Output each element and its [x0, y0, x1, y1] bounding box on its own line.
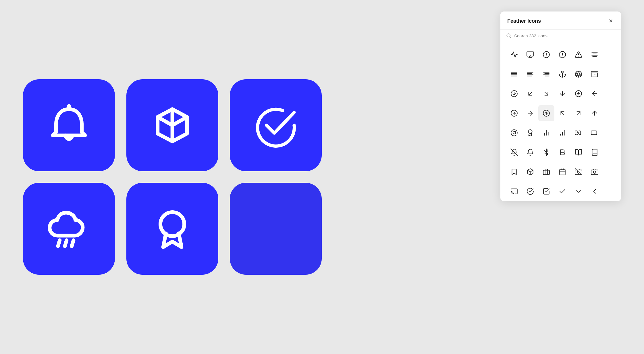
camera-off-icon-cell[interactable]: [570, 164, 587, 180]
chevron-left-icon-cell[interactable]: [587, 183, 603, 199]
align-justify-icon-cell[interactable]: [506, 66, 522, 82]
anchor-icon-cell[interactable]: [554, 66, 570, 82]
svg-marker-7: [529, 55, 532, 57]
check-square-icon-cell[interactable]: [538, 183, 554, 199]
arrow-down-right-icon-cell[interactable]: [538, 86, 554, 102]
check-square-icon: [543, 188, 550, 195]
check-circle-small-icon-cell[interactable]: [522, 183, 538, 199]
icon-row: [506, 144, 615, 160]
svg-line-1: [58, 240, 60, 246]
arrow-left-icon-cell[interactable]: [587, 86, 603, 102]
alert-octagon-icon-cell[interactable]: [554, 47, 570, 63]
alert-circle-icon: [543, 51, 550, 58]
main-area: [23, 79, 483, 275]
chevron-left-icon: [591, 188, 598, 195]
chevron-down-icon-cell[interactable]: [570, 183, 587, 199]
svg-line-57: [577, 112, 580, 115]
briefcase-icon-cell[interactable]: [538, 164, 554, 180]
box-icon-cell[interactable]: [522, 164, 538, 180]
bar-chart-2-icon-cell[interactable]: [538, 125, 554, 141]
arrow-left-circle-icon: [575, 90, 582, 97]
bluetooth-icon-cell[interactable]: [538, 144, 554, 160]
book-open-icon-cell[interactable]: [570, 144, 587, 160]
search-input[interactable]: [514, 33, 615, 38]
bell-icon-cell[interactable]: [522, 144, 538, 160]
bar-chart-icon-cell[interactable]: [554, 125, 570, 141]
arrow-down-left-icon: [527, 90, 534, 97]
align-center-icon-cell[interactable]: [587, 47, 603, 63]
bar-chart-2-icon: [543, 129, 550, 136]
svg-rect-41: [591, 71, 598, 73]
cast-icon-cell[interactable]: [506, 183, 522, 199]
archive-icon-cell[interactable]: [587, 66, 603, 82]
arrow-down-left-icon-cell[interactable]: [522, 86, 538, 102]
battery-charging-icon-cell[interactable]: [570, 125, 587, 141]
bookmark-icon: [510, 168, 518, 176]
align-left-icon-cell[interactable]: [522, 66, 538, 82]
check-circle-icon: [253, 102, 299, 148]
feather-icons-panel: Feather Icons ✕: [500, 11, 621, 201]
bookmark-icon-cell[interactable]: [506, 164, 522, 180]
align-right-icon: [543, 70, 550, 78]
align-left-icon: [527, 70, 534, 78]
check-icon-cell[interactable]: [554, 183, 570, 199]
arrow-right-circle-icon-cell[interactable]: [506, 105, 522, 121]
battery-icon-cell[interactable]: [587, 125, 603, 141]
tile-award[interactable]: [126, 183, 218, 275]
arrow-up-left-icon-cell[interactable]: [554, 105, 570, 121]
arrow-right-circle-icon: [510, 109, 518, 117]
battery-icon: [591, 129, 598, 136]
align-center-icon: [591, 51, 598, 58]
arrow-right-icon-cell[interactable]: [522, 105, 538, 121]
airplay-icon-cell[interactable]: [522, 47, 538, 63]
bell-off-icon: [510, 149, 518, 156]
calendar-icon-cell[interactable]: [554, 164, 570, 180]
award-icon-cell[interactable]: [522, 125, 538, 141]
arrow-down-circle-icon-cell[interactable]: [506, 86, 522, 102]
arrow-up-right-icon: [575, 109, 582, 117]
bell-icon-small: [527, 149, 534, 156]
at-sign-icon-cell[interactable]: [506, 125, 522, 141]
arrow-up-circle-icon-cell[interactable]: [538, 105, 554, 121]
tile-bell[interactable]: [23, 79, 115, 171]
svg-point-4: [160, 212, 184, 236]
arrow-up-right-icon-cell[interactable]: [570, 105, 587, 121]
arrow-left-circle-icon-cell[interactable]: [570, 86, 587, 102]
camera-off-icon: [575, 168, 582, 176]
arrow-up-circle-icon: [543, 109, 550, 117]
close-button[interactable]: ✕: [608, 17, 614, 25]
arrow-left-icon: [591, 90, 598, 97]
arrow-down-right-icon: [543, 90, 550, 97]
arrow-up-icon: [591, 109, 598, 117]
bell-off-icon-cell[interactable]: [506, 144, 522, 160]
battery-charging-icon: [575, 129, 582, 136]
camera-icon-cell[interactable]: [587, 164, 603, 180]
alert-circle-icon-cell[interactable]: [538, 47, 554, 63]
bluetooth-icon: [543, 149, 550, 156]
svg-line-46: [545, 92, 548, 95]
svg-line-6: [510, 36, 510, 37]
cast-icon: [510, 188, 518, 195]
book-icon-cell[interactable]: [587, 144, 603, 160]
aperture-icon: [575, 70, 582, 78]
align-right-icon-cell[interactable]: [538, 66, 554, 82]
aperture-icon-cell[interactable]: [570, 66, 587, 82]
tile-cloud-rain[interactable]: [23, 183, 115, 275]
box-icon-small: [527, 168, 534, 176]
icon-grid: [23, 79, 483, 275]
tile-check-circle[interactable]: [230, 79, 322, 171]
arrow-down-circle-icon: [510, 90, 518, 97]
anchor-icon: [559, 70, 566, 78]
bold-icon: [559, 149, 566, 156]
arrow-down-icon-cell[interactable]: [554, 86, 570, 102]
bold-icon-cell[interactable]: [554, 144, 570, 160]
book-icon: [591, 149, 598, 156]
alert-triangle-icon-cell[interactable]: [570, 47, 587, 63]
tile-box[interactable]: [126, 79, 218, 171]
icon-row: [506, 125, 615, 141]
svg-rect-68: [591, 131, 597, 135]
arrow-up-icon-cell[interactable]: [587, 105, 603, 121]
svg-line-77: [575, 168, 582, 175]
svg-line-2: [65, 240, 67, 246]
activity-icon-cell[interactable]: [506, 47, 522, 63]
